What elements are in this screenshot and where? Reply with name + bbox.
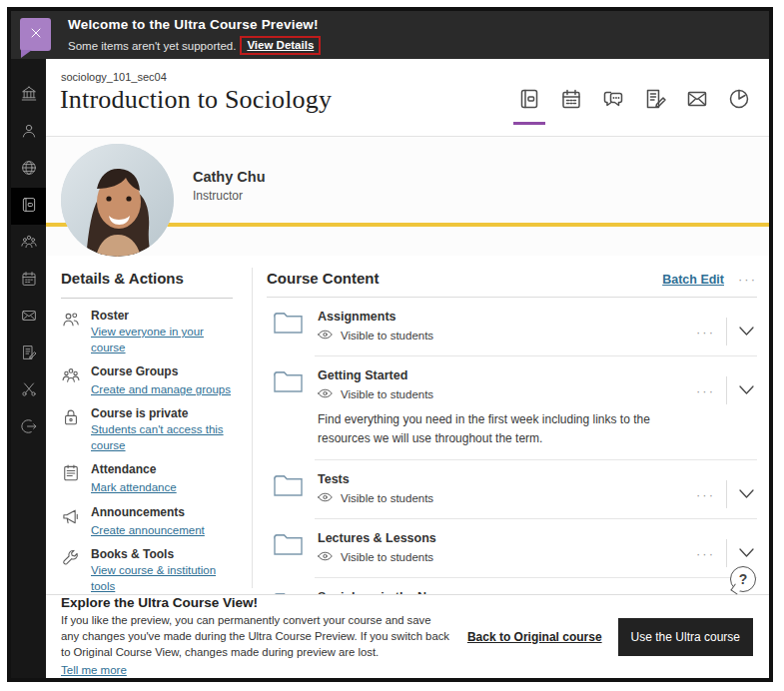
details-item-books-tools: Books & Tools View course & institution … [61, 547, 239, 594]
instructor-name: Cathy Chu [193, 169, 266, 185]
close-preview-button[interactable] [20, 18, 51, 51]
analytics-icon [727, 99, 751, 114]
course-title: Introduction to Sociology [60, 85, 332, 115]
help-question-icon: ? [739, 571, 748, 587]
visibility-selector[interactable]: Visible to students [318, 492, 682, 504]
calendar-icon [559, 99, 583, 114]
organizations-icon [20, 233, 38, 254]
courses-icon [20, 196, 38, 217]
row-menu-button[interactable]: ··· [696, 383, 715, 398]
announcements-link[interactable]: Create announcement [91, 522, 205, 538]
profile-icon [20, 122, 38, 143]
content-row-tests: Tests Visible to students ··· [267, 460, 757, 518]
sidebar-item-grades[interactable] [11, 336, 46, 372]
help-button[interactable]: ? [730, 566, 756, 592]
course-content-panel: Course Content Batch Edit ··· Assignment… [267, 270, 757, 636]
details-item-course-private: Course is private Students can't access … [61, 406, 239, 453]
content-row-assignments: Assignments Visible to students ··· [267, 298, 757, 355]
visibility-selector[interactable]: Visible to students [318, 551, 682, 563]
sidebar-item-profile[interactable] [11, 114, 46, 151]
sidebar-item-organizations[interactable] [11, 225, 46, 262]
folder-icon [273, 311, 304, 340]
tab-analytics[interactable] [727, 87, 751, 111]
row-menu-button[interactable]: ··· [696, 487, 715, 502]
explore-banner-body: If you like the preview, you can permane… [61, 612, 451, 660]
content-row-lectures-lessons: Lectures & Lessons Visible to students ·… [267, 519, 757, 577]
ultra-preview-banner: Welcome to the Ultra Course Preview! Som… [11, 11, 769, 59]
back-to-original-link[interactable]: Back to Original course [467, 630, 602, 644]
sidebar-item-messages[interactable] [11, 299, 46, 336]
preview-banner-title: Welcome to the Ultra Course Preview! [68, 17, 321, 32]
sidebar-item-tools[interactable] [11, 372, 46, 409]
chevron-down-icon [738, 325, 755, 340]
folder-icon [273, 473, 304, 502]
roster-link[interactable]: View everyone in your course [91, 324, 239, 355]
lock-icon [61, 407, 81, 431]
course-groups-link[interactable]: Create and manage groups [91, 381, 231, 397]
expand-chevron-button[interactable] [738, 546, 755, 561]
tab-gradebook[interactable] [643, 87, 667, 111]
content-menu-ellipsis[interactable]: ··· [738, 272, 757, 287]
instructor-strip: Cathy Chu Instructor [46, 137, 769, 256]
tab-messages[interactable] [685, 87, 709, 111]
tell-me-more-link[interactable]: Tell me more [61, 664, 127, 676]
expand-chevron-button[interactable] [738, 487, 755, 502]
books-tools-link[interactable]: View course & institution tools [91, 562, 239, 594]
divider [726, 376, 727, 404]
row-menu-button[interactable]: ··· [696, 325, 715, 340]
course-page: sociology_101_sec04 Introduction to Soci… [46, 59, 769, 678]
sidebar-item-institution[interactable] [11, 77, 46, 114]
scissors-icon [20, 380, 38, 401]
tab-calendar[interactable] [559, 87, 583, 111]
discussions-icon [601, 99, 625, 114]
visibility-selector[interactable]: Visible to students [318, 388, 682, 400]
expand-chevron-button[interactable] [738, 383, 755, 398]
envelope-icon [20, 307, 38, 328]
sidebar-item-activity[interactable] [11, 151, 46, 188]
divider [61, 298, 233, 299]
attendance-icon [61, 463, 81, 487]
screenshot-canvas: Welcome to the Ultra Course Preview! Som… [0, 0, 784, 691]
tab-discussions[interactable] [601, 87, 625, 111]
app-window: Welcome to the Ultra Course Preview! Som… [7, 7, 773, 682]
batch-edit-link[interactable]: Batch Edit [662, 273, 724, 287]
close-icon [28, 25, 44, 44]
sidebar-item-calendar[interactable] [11, 262, 46, 299]
eye-icon [318, 492, 333, 504]
instructor-role: Instructor [193, 189, 266, 203]
details-item-course-groups: Course Groups Create and manage groups [61, 364, 239, 397]
use-ultra-course-button[interactable]: Use the Ultra course [618, 618, 753, 656]
sidebar-item-sign-out[interactable] [11, 409, 46, 446]
folder-description: Find everything you need in the first we… [318, 410, 682, 447]
course-header: sociology_101_sec04 Introduction to Soci… [46, 59, 769, 137]
course-id: sociology_101_sec04 [61, 71, 167, 83]
details-item-attendance: Attendance Mark attendance [61, 462, 239, 495]
folder-icon [273, 532, 304, 561]
sign-out-icon [20, 417, 38, 438]
chevron-down-icon [738, 546, 755, 561]
view-details-link[interactable]: View Details [240, 36, 321, 55]
announcements-icon [61, 506, 81, 530]
messages-icon [685, 99, 709, 114]
course-private-link[interactable]: Students can't access this course [91, 421, 239, 453]
divider [726, 539, 727, 567]
globe-icon [20, 159, 38, 180]
roster-icon [61, 310, 81, 334]
row-menu-button[interactable]: ··· [696, 546, 715, 561]
institution-icon [20, 85, 38, 106]
wrench-icon [61, 548, 81, 572]
attendance-link[interactable]: Mark attendance [91, 479, 177, 495]
sidebar-item-courses[interactable] [11, 188, 46, 225]
tab-content[interactable] [517, 87, 541, 111]
groups-icon [61, 365, 81, 389]
course-content-title: Course Content [267, 270, 662, 287]
instructor-avatar [61, 144, 174, 257]
expand-chevron-button[interactable] [738, 325, 755, 340]
calendar-icon [20, 270, 38, 291]
grades-icon [20, 344, 38, 364]
explore-ultra-banner: Explore the Ultra Course View! If you li… [46, 594, 769, 678]
details-item-announcements: Announcements Create announcement [61, 505, 239, 538]
visibility-selector[interactable]: Visible to students [318, 330, 682, 342]
details-item-roster: Roster View everyone in your course [61, 309, 239, 355]
column-divider [252, 268, 253, 588]
